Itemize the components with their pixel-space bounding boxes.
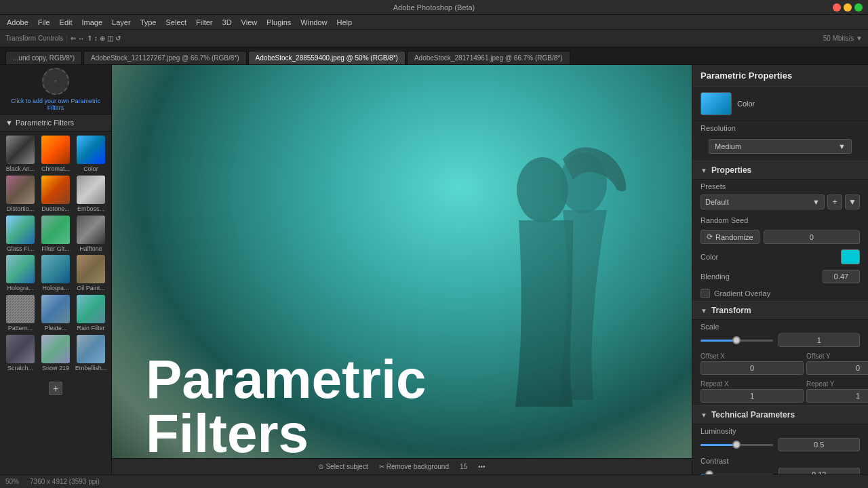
color-preview-label: Color: [737, 100, 755, 108]
tab-1[interactable]: AdobeStock_121127267.jpeg @ 66.7% (RGB/8…: [83, 51, 247, 64]
filter-rain[interactable]: Rain Filter: [75, 295, 107, 332]
blending-label: Blending: [701, 272, 730, 281]
filter-distortion[interactable]: Distortio...: [4, 176, 37, 213]
scale-input[interactable]: [778, 333, 861, 347]
color-swatch[interactable]: [841, 249, 860, 264]
scale-slider-container: [701, 333, 860, 347]
resolution-row: Resolution: [692, 121, 868, 135]
contrast-input[interactable]: [778, 468, 861, 474]
preset-add-button[interactable]: +: [827, 195, 842, 209]
repeat-reset-row: Repeat X Repeat Y ⟳ Reset: [692, 378, 868, 405]
luminosity-slider-thumb[interactable]: [732, 441, 741, 449]
toolbar: Transform Controls | ⇐ ↔ ⇑ ↕ ⊕ ◫ ↺ 50 Mb…: [0, 30, 868, 47]
repeat-x-label: Repeat X: [701, 380, 804, 388]
sidebar-hint: + Click to add your own Parametric Filte…: [0, 65, 111, 115]
close-btn[interactable]: [833, 3, 841, 12]
repeat-y-input[interactable]: [806, 389, 868, 403]
filter-pattern[interactable]: Pattern...: [4, 295, 37, 332]
tab-3[interactable]: AdobeStock_281714961.jpeg @ 66.7% (RGB/8…: [407, 51, 570, 64]
menu-filter[interactable]: Filter: [192, 17, 216, 28]
luminosity-slider-track[interactable]: [701, 444, 773, 446]
luminosity-slider-container: [701, 438, 860, 451]
menu-file[interactable]: File: [34, 17, 54, 28]
offset-y-input[interactable]: [806, 361, 868, 375]
menu-window[interactable]: Window: [296, 17, 331, 28]
filter-emboss[interactable]: Emboss...: [75, 176, 107, 213]
filter-pleate[interactable]: Pleate...: [39, 295, 72, 332]
technical-section-header[interactable]: ▼ Technical Parameters: [692, 405, 868, 424]
menu-layer[interactable]: Layer: [108, 17, 135, 28]
contrast-slider-track[interactable]: [701, 474, 773, 475]
minimize-btn[interactable]: [844, 3, 852, 12]
presets-row: Presets: [692, 180, 868, 193]
menu-help[interactable]: Help: [332, 17, 356, 28]
offset-x-input[interactable]: [701, 361, 804, 375]
overlay-text-line1: Parametric: [146, 352, 427, 407]
preset-dropdown[interactable]: Default ▼: [701, 195, 825, 209]
blending-input[interactable]: [823, 270, 860, 283]
filter-embellish[interactable]: Embellish...: [75, 335, 107, 372]
filter-oil[interactable]: Oil Paint...: [75, 255, 107, 292]
add-filter-button[interactable]: +: [49, 382, 62, 395]
window-controls[interactable]: [833, 3, 863, 12]
menu-view[interactable]: View: [237, 17, 262, 28]
filter-color[interactable]: Color: [75, 136, 107, 173]
scale-row: Scale: [692, 320, 868, 350]
filter-scratch[interactable]: Scratch...: [4, 335, 37, 372]
remove-bg-btn[interactable]: ✂ Remove background: [379, 463, 449, 470]
canvas-area[interactable]: Parametric Filters ⊙ Select subject ✂ Re…: [112, 65, 692, 474]
menu-type[interactable]: Type: [136, 17, 161, 28]
menu-3d[interactable]: 3D: [218, 17, 236, 28]
menu-plugins[interactable]: Plugins: [262, 17, 295, 28]
contrast-label: Contrast: [701, 457, 860, 465]
toolbar-icons[interactable]: ⇐ ↔ ⇑ ↕ ⊕ ◫ ↺: [71, 35, 121, 42]
repeat-x-input[interactable]: [701, 389, 804, 403]
menu-adobe[interactable]: Adobe: [3, 17, 33, 28]
tab-0[interactable]: ...und copy, RGB/8*): [5, 51, 82, 64]
toolbar-dots[interactable]: •••: [478, 463, 486, 470]
color-preview-thumb[interactable]: [701, 92, 732, 115]
color-property-row: Color: [692, 247, 868, 267]
tab-2[interactable]: AdobeStock_288559400.jpeg @ 50% (RGB/8*): [248, 51, 406, 64]
contrast-slider-container: [701, 468, 860, 474]
gradient-overlay-checkbox[interactable]: [701, 289, 710, 298]
resolution-label: Resolution: [701, 124, 736, 132]
scale-slider-track[interactable]: [701, 340, 773, 342]
gradient-overlay-row: Gradient Overlay: [692, 286, 868, 301]
repeat-y-group: Repeat Y: [806, 380, 868, 403]
randomize-icon: ⟳: [707, 232, 713, 241]
menu-edit[interactable]: Edit: [56, 17, 77, 28]
randomize-button[interactable]: ⟳ Randomize: [701, 230, 760, 244]
filter-glass[interactable]: Glass Fi...: [4, 216, 37, 253]
filter-snow[interactable]: Snow 219: [39, 335, 72, 372]
filter-holo2[interactable]: Hologra...: [39, 255, 72, 292]
filter-thumb-color: [77, 136, 105, 164]
filter-chromat[interactable]: Chromat...: [39, 136, 72, 173]
filter-label-emb: Emboss...: [77, 205, 104, 213]
chevron-down-icon: ▼: [5, 119, 13, 127]
filter-filterglit[interactable]: Filter Glt...: [39, 216, 72, 253]
filters-title: Parametric Filters: [16, 119, 74, 127]
filter-holo1[interactable]: Hologra...: [4, 255, 37, 292]
contrast-slider-thumb[interactable]: [705, 470, 713, 474]
luminosity-input[interactable]: [778, 438, 861, 451]
add-filter-circle[interactable]: +: [42, 68, 69, 95]
transform-section-header[interactable]: ▼ Transform: [692, 301, 868, 320]
menu-select[interactable]: Select: [161, 17, 191, 28]
luminosity-label: Luminosity: [701, 427, 860, 435]
click-hint[interactable]: Click to add your own Parametric Filters: [5, 98, 106, 111]
select-subject-btn[interactable]: ⊙ Select subject: [318, 463, 368, 470]
menu-image[interactable]: Image: [78, 17, 107, 28]
filter-duotone[interactable]: Duotone...: [39, 176, 72, 213]
properties-section-header[interactable]: ▼ Properties: [692, 161, 868, 180]
filter-halftone[interactable]: Halftone: [75, 216, 107, 253]
resolution-dropdown[interactable]: Medium ▼: [709, 139, 852, 154]
parametric-filters-header[interactable]: ▼ Parametric Filters: [0, 115, 111, 131]
filter-black-analog[interactable]: Black An...: [4, 136, 37, 173]
maximize-btn[interactable]: [854, 3, 863, 12]
app-title: Adobe Photoshop (Beta): [393, 3, 475, 12]
add-filter-area: +: [0, 376, 111, 401]
preset-more-button[interactable]: ▼: [845, 195, 860, 209]
seed-input[interactable]: [764, 230, 860, 244]
scale-slider-thumb[interactable]: [732, 336, 741, 344]
